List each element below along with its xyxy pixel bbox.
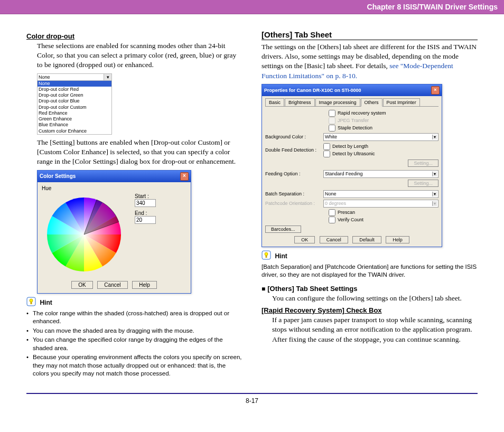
- dropdown-option[interactable]: Drop-out color Custom: [38, 105, 111, 110]
- batch-separation-select[interactable]: None▾: [323, 190, 438, 198]
- properties-dialog: Properties for Canon DR-X10C on STI-0000…: [262, 84, 442, 247]
- rapid-recovery-checkbox[interactable]: Rapid recovery system: [329, 110, 438, 117]
- dropdown-selected-value: None: [38, 74, 104, 80]
- dropdown-option[interactable]: Green Enhance: [38, 116, 111, 122]
- column-right: [Others] Tab Sheet The settings on the […: [262, 30, 478, 379]
- patchcode-orientation-select: 0 degrees▾: [323, 200, 438, 208]
- close-icon[interactable]: ×: [431, 86, 440, 95]
- tab-brightness[interactable]: Brightness: [285, 98, 315, 106]
- background-color-select[interactable]: White▾: [323, 133, 438, 141]
- square-bullet-icon: ■: [262, 285, 265, 293]
- chevron-down-icon: ▾: [432, 192, 437, 196]
- hint-label: Hint: [40, 299, 52, 306]
- dropdown-selected-row[interactable]: None ▾: [38, 74, 111, 81]
- chevron-down-icon: ▾: [432, 201, 437, 206]
- detect-length-checkbox[interactable]: Detect by Length: [323, 143, 438, 150]
- hint-item: You can move the shaded area by dragging…: [33, 327, 242, 335]
- page-body: Color drop-out These selections are enab…: [0, 14, 504, 384]
- dropout-dropdown: None ▾ None Drop-out color Red Drop-out …: [37, 73, 112, 135]
- dropdown-arrow-icon: ▾: [104, 74, 111, 80]
- dropdown-option[interactable]: None: [38, 81, 111, 87]
- hue-label: Hue: [42, 185, 186, 191]
- default-button[interactable]: Default: [352, 236, 381, 243]
- start-label: Start :: [135, 193, 156, 199]
- others-desc: The settings on the [Others] tab sheet a…: [262, 42, 478, 81]
- chevron-down-icon: ▾: [432, 135, 437, 139]
- barcodes-button[interactable]: Barcodes...: [265, 226, 301, 233]
- svg-rect-3: [31, 302, 32, 304]
- dropdown-option[interactable]: Drop-out color Blue: [38, 98, 111, 104]
- cancel-button[interactable]: Cancel: [320, 236, 348, 243]
- page-footer: 8-17: [26, 393, 478, 415]
- page-number: 8-17: [246, 397, 258, 405]
- start-input[interactable]: [135, 199, 156, 207]
- prescan-checkbox[interactable]: Prescan: [329, 209, 438, 216]
- dialog-title: Properties for Canon DR-X10C on STI-0000: [264, 88, 361, 93]
- tab-post-imprinter[interactable]: Post Imprinter: [383, 98, 420, 106]
- others-heading: [Others] Tab Sheet: [262, 30, 478, 40]
- tab-others[interactable]: Others: [361, 98, 382, 107]
- staple-detection-checkbox[interactable]: Staple Detection: [329, 125, 438, 132]
- hint-icon: [26, 297, 36, 308]
- hint-heading: Hint: [26, 297, 242, 308]
- tab-image-processing[interactable]: Image processing: [315, 98, 360, 106]
- hint-text: [Batch Separation] and [Patchcode Orient…: [262, 263, 478, 279]
- hint-heading: Hint: [262, 250, 478, 262]
- dropdown-option[interactable]: Drop-out color Red: [38, 87, 111, 92]
- ok-button[interactable]: OK: [71, 281, 92, 289]
- detect-ultrasonic-checkbox[interactable]: Detect by Ultrasonic: [323, 151, 438, 157]
- color-dropout-heading: Color drop-out: [26, 32, 242, 40]
- tab-basic[interactable]: Basic: [265, 98, 284, 106]
- verify-count-checkbox[interactable]: Verify Count: [329, 217, 438, 223]
- setting-button-desc: The [Setting] buttons are enabled when […: [37, 138, 242, 167]
- feeding-option-label: Feeding Option :: [265, 171, 323, 176]
- others-settings-desc: You can configure the following settings…: [272, 294, 478, 303]
- double-feed-label: Double Feed Detection :: [265, 147, 323, 153]
- end-input[interactable]: [135, 216, 156, 224]
- cancel-button[interactable]: Cancel: [97, 281, 127, 289]
- dropdown-option[interactable]: Blue Enhance: [38, 122, 111, 128]
- jpeg-transfer-checkbox: JPEG Transfer: [329, 117, 438, 124]
- help-button[interactable]: Help: [386, 236, 409, 243]
- dropdown-option[interactable]: Red Enhance: [38, 110, 111, 116]
- hint-item: The color range within the shaded (cross…: [33, 309, 242, 326]
- dialog-titlebar: Color Settings ×: [38, 171, 191, 182]
- help-button[interactable]: Help: [132, 281, 157, 289]
- batch-separation-label: Batch Separation :: [265, 191, 323, 196]
- end-label: End :: [135, 210, 156, 216]
- chevron-down-icon: ▾: [432, 172, 437, 176]
- color-wheel[interactable]: [42, 192, 126, 278]
- svg-point-5: [265, 252, 268, 256]
- rapid-recovery-heading: [Rapid Recovery System] Check Box: [262, 306, 478, 314]
- chapter-header: Chapter 8 ISIS/TWAIN Driver Settings: [0, 0, 504, 14]
- svg-rect-6: [266, 256, 267, 258]
- patchcode-orientation-label: Patchcode Orientation :: [265, 201, 323, 206]
- hint-label: Hint: [275, 252, 287, 260]
- hint-item: You can change the specified color range…: [33, 336, 242, 352]
- feeding-option-select[interactable]: Standard Feeding▾: [323, 170, 438, 178]
- feed-setting-button: Setting...: [408, 180, 438, 187]
- ok-button[interactable]: OK: [294, 236, 315, 243]
- dialog-titlebar: Properties for Canon DR-X10C on STI-0000…: [262, 84, 442, 96]
- rapid-recovery-desc: If a paper jam causes paper transport to…: [272, 315, 478, 344]
- hint-icon: [262, 250, 271, 262]
- others-settings-heading: ■[Others] Tab Sheet Settings: [262, 285, 478, 293]
- close-icon[interactable]: ×: [180, 172, 189, 181]
- column-left: Color drop-out These selections are enab…: [26, 30, 242, 379]
- hint-list: •The color range within the shaded (cros…: [26, 309, 242, 378]
- color-settings-dialog: Color Settings × Hue: [37, 170, 191, 294]
- svg-point-2: [30, 299, 33, 302]
- color-dropout-desc: These selections are enabled for scannin…: [37, 41, 242, 70]
- chapter-title: Chapter 8 ISIS/TWAIN Driver Settings: [367, 3, 498, 11]
- hint-item: Because your operating environment affec…: [33, 353, 242, 378]
- dropdown-option[interactable]: Custom color Enhance: [38, 128, 111, 134]
- dropdown-option[interactable]: Drop-out color Green: [38, 92, 111, 98]
- tab-strip: Basic Brightness Image processing Others…: [265, 98, 438, 107]
- background-color-label: Background Color :: [265, 134, 323, 139]
- dialog-title: Color Settings: [40, 173, 76, 179]
- dfd-setting-button: Setting...: [408, 159, 438, 167]
